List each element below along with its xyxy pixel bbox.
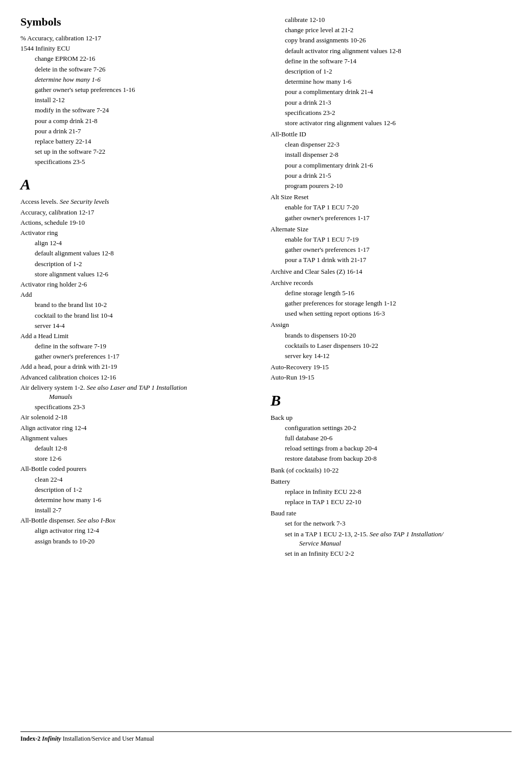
list-item: reload settings from a backup 20-4 xyxy=(271,444,511,453)
list-item: set for the network 7-3 xyxy=(271,519,511,528)
list-item: determine how many 1-6 xyxy=(271,77,511,86)
list-item: server 14-4 xyxy=(20,321,250,330)
list-item: replace in Infinity ECU 22-8 xyxy=(271,487,511,496)
list-item: Add a head, pour a drink with 21-19 xyxy=(20,362,250,371)
list-item: Advanced calibration choices 12-16 xyxy=(20,373,250,382)
list-item: specifications 23-3 xyxy=(20,402,250,412)
list-item: change price level at 21-2 xyxy=(271,26,511,35)
list-item: description of 1-2 xyxy=(20,485,250,494)
section-a-letter: A xyxy=(20,176,250,193)
list-item: server key 14-12 xyxy=(271,351,511,361)
list-item: set up in the software 7-22 xyxy=(20,147,250,156)
symbols-section: % Accuracy, calibration 12-17 1544 Infin… xyxy=(20,34,250,167)
list-item: enable for TAP 1 ECU 7-19 xyxy=(271,235,511,244)
list-item: used when setting report options 16-3 xyxy=(271,309,511,318)
list-item: Auto-Run 19-15 xyxy=(271,373,511,382)
list-item: clean dispenser 22-3 xyxy=(271,140,511,149)
list-item: set in a TAP 1 ECU 2-13, 2-15. See also … xyxy=(271,530,511,548)
list-item: store activator ring alignment values 12… xyxy=(271,119,511,128)
list-item: default alignment values 12-8 xyxy=(20,249,250,258)
list-item: 1544 Infinity ECU xyxy=(20,44,250,53)
list-item: pour a TAP 1 drink with 21-17 xyxy=(271,255,511,265)
list-item: store alignment values 12-6 xyxy=(20,270,250,279)
list-item: Actions, schedule 19-10 xyxy=(20,218,250,227)
right-column: calibrate 12-10 change price level at 21… xyxy=(265,15,511,559)
list-item: All-Bottle coded pourers xyxy=(20,464,250,473)
list-item: define storage length 5-16 xyxy=(271,289,511,298)
left-column: Symbols % Accuracy, calibration 12-17 15… xyxy=(20,15,265,559)
list-item: Back up xyxy=(271,413,511,422)
list-item: align 12-4 xyxy=(20,239,250,248)
list-item: Add xyxy=(20,290,250,299)
page-footer: Index-2 Infinity Installation/Service an… xyxy=(20,731,512,743)
list-item: Archive records xyxy=(271,278,511,288)
list-item: gather owner's preferences 1-17 xyxy=(20,352,250,361)
list-item: set in an Infinity ECU 2-2 xyxy=(271,549,511,558)
list-item: pour a drink 21-3 xyxy=(271,98,511,107)
list-item: Assign xyxy=(271,320,511,329)
list-item: gather preferences for storage length 1-… xyxy=(271,299,511,308)
list-item: pour a comp drink 21-8 xyxy=(20,116,250,126)
list-item: determine how many 1-6 xyxy=(20,75,250,84)
list-item: specifications 23-5 xyxy=(20,157,250,167)
list-item: All-Bottle ID xyxy=(271,130,511,139)
list-item: Alignment values xyxy=(20,434,250,443)
list-item: calibrate 12-10 xyxy=(271,15,511,25)
page-title: Symbols xyxy=(20,15,250,29)
list-item: replace battery 22-14 xyxy=(20,137,250,146)
list-item: Battery xyxy=(271,477,511,486)
list-item: enable for TAP 1 ECU 7-20 xyxy=(271,203,511,212)
footer-page-number: Index-2 xyxy=(20,735,40,743)
list-item: pour a complimentary drink 21-4 xyxy=(271,87,511,97)
list-item: pour a complimentary drink 21-6 xyxy=(271,161,511,170)
list-item: replace in TAP 1 ECU 22-10 xyxy=(271,498,511,507)
list-item: Add a Head Limit xyxy=(20,331,250,341)
list-item: define in the software 7-14 xyxy=(271,57,511,66)
section-a: Access levels. See Security levels Accur… xyxy=(20,197,250,546)
section-b-letter: B xyxy=(271,392,511,409)
list-item: assign brands to 10-20 xyxy=(20,537,250,546)
list-item: gather owner's preferences 1-17 xyxy=(271,245,511,254)
list-item: Alternate Size xyxy=(271,225,511,234)
allbottle-cont: calibrate 12-10 change price level at 21… xyxy=(271,15,511,128)
list-item: determine how many 1-6 xyxy=(20,495,250,505)
list-item: Alt Size Reset xyxy=(271,193,511,202)
page-content: Symbols % Accuracy, calibration 12-17 15… xyxy=(20,15,512,559)
list-item: delete in the software 7-26 xyxy=(20,65,250,74)
list-item: Air delivery system 1-2. See also Laser … xyxy=(20,383,250,401)
list-item: install dispenser 2-8 xyxy=(271,150,511,159)
list-item: install 2-7 xyxy=(20,506,250,515)
list-item: Auto-Recovery 19-15 xyxy=(271,363,511,372)
list-item: default 12-8 xyxy=(20,444,250,453)
list-item: description of 1-2 xyxy=(20,259,250,269)
list-item: pour a drink 21-5 xyxy=(271,171,511,180)
archive-clear-sales: Archive and Clear Sales (Z) 16-14 xyxy=(271,267,511,276)
list-item: restore database from backup 20-8 xyxy=(271,454,511,463)
list-item: clean 22-4 xyxy=(20,475,250,484)
list-item: Air solenoid 2-18 xyxy=(20,413,250,422)
list-item: brand to the brand list 10-2 xyxy=(20,300,250,310)
list-item: store 12-6 xyxy=(20,454,250,463)
list-item: gather owner's setup preferences 1-16 xyxy=(20,85,250,94)
list-item: change EPROM 22-16 xyxy=(20,54,250,63)
list-item: modify in the software 7-24 xyxy=(20,106,250,115)
list-item: brands to dispensers 10-20 xyxy=(271,331,511,340)
list-item: copy brand assignments 10-26 xyxy=(271,36,511,45)
list-item: program pourers 2-10 xyxy=(271,181,511,191)
list-item: align activator ring 12-4 xyxy=(20,526,250,535)
list-item: Align activator ring 12-4 xyxy=(20,423,250,433)
list-item: define in the software 7-19 xyxy=(20,342,250,351)
list-item: pour a drink 21-7 xyxy=(20,127,250,136)
list-item: specifications 23-2 xyxy=(271,108,511,117)
list-item: cocktails to Laser dispensers 10-22 xyxy=(271,341,511,350)
list-item: gather owner's preferences 1-17 xyxy=(271,214,511,223)
list-item: Activator ring holder 2-6 xyxy=(20,280,250,289)
list-item: Baud rate xyxy=(271,509,511,518)
list-item: Activator ring xyxy=(20,228,250,238)
list-item: cocktail to the brand list 10-4 xyxy=(20,311,250,320)
list-item: Accuracy, calibration 12-17 xyxy=(20,208,250,217)
list-item: All-Bottle dispenser. See also I-Box xyxy=(20,516,250,525)
footer-brand-name: Infinity xyxy=(42,735,61,743)
list-item: Access levels. See Security levels xyxy=(20,197,250,206)
list-item: Bank (of cocktails) 10-22 xyxy=(271,466,511,475)
